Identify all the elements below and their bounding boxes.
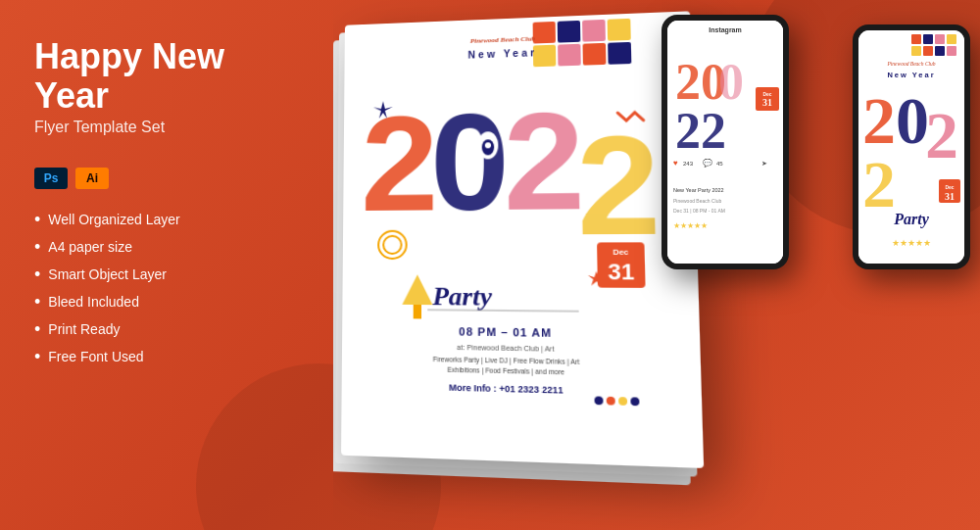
flyer-content: 2 0 2 2 xyxy=(341,11,704,468)
software-badges: Ps Ai xyxy=(34,168,304,189)
svg-rect-5 xyxy=(558,44,581,67)
svg-rect-7 xyxy=(608,42,631,65)
svg-text:2: 2 xyxy=(862,147,896,221)
feature-3: Smart Object Layer xyxy=(34,265,304,283)
phone-right-body: Pinewood Beach Club New Year 2 0 2 2 Par… xyxy=(853,24,970,269)
feature-2: A4 paper size xyxy=(34,238,304,256)
svg-text:31: 31 xyxy=(608,259,635,285)
svg-text:Instagram: Instagram xyxy=(709,26,741,34)
svg-text:45: 45 xyxy=(716,161,723,167)
svg-rect-1 xyxy=(558,21,581,43)
svg-text:31: 31 xyxy=(762,97,772,108)
svg-text:Pinewood Beach Club: Pinewood Beach Club xyxy=(886,61,935,67)
svg-point-31 xyxy=(595,396,604,405)
phone-left-svg: Instagram 20 22 0 Dec 31 xyxy=(667,21,783,264)
svg-text:More Info : +01 2323 2211: More Info : +01 2323 2211 xyxy=(449,382,564,396)
left-panel: Happy New Year Flyer Template Set Ps Ai … xyxy=(0,0,333,530)
svg-rect-57 xyxy=(911,34,921,44)
svg-text:Pinewood Beach Club: Pinewood Beach Club xyxy=(470,34,536,44)
svg-text:Pinewood Beach Club: Pinewood Beach Club xyxy=(673,198,721,204)
svg-text:♥: ♥ xyxy=(673,159,678,168)
svg-rect-60 xyxy=(947,34,956,44)
svg-text:0: 0 xyxy=(896,83,929,158)
svg-text:★★★★★: ★★★★★ xyxy=(673,221,708,230)
svg-text:Exhibitions | Food Festivals |: Exhibitions | Food Festivals | and more xyxy=(447,365,564,376)
right-panel: 2 0 2 2 xyxy=(333,0,980,530)
badge-illustrator: Ai xyxy=(75,168,109,189)
svg-text:at: Pinewood Beach Club | Art: at: Pinewood Beach Club | Art xyxy=(457,344,554,354)
svg-text:Party: Party xyxy=(893,211,929,228)
svg-rect-58 xyxy=(923,34,933,44)
svg-text:2: 2 xyxy=(575,106,662,265)
svg-point-34 xyxy=(630,397,639,406)
svg-text:Dec: Dec xyxy=(612,247,629,257)
features-list: Well Organized Layer A4 paper size Smart… xyxy=(34,211,304,365)
phone-left-screen: Instagram 20 22 0 Dec 31 xyxy=(667,21,783,264)
svg-text:08 PM – 01 AM: 08 PM – 01 AM xyxy=(459,325,552,339)
title-block: Happy New Year Flyer Template Set xyxy=(34,37,304,136)
svg-text:22: 22 xyxy=(675,103,726,159)
svg-rect-59 xyxy=(935,34,945,44)
svg-text:New Year: New Year xyxy=(887,71,935,79)
svg-text:★★★★★: ★★★★★ xyxy=(892,238,931,248)
svg-text:2: 2 xyxy=(925,98,958,172)
svg-rect-61 xyxy=(911,46,921,56)
svg-rect-45 xyxy=(667,154,783,181)
feature-4: Bleed Included xyxy=(34,293,304,311)
svg-point-32 xyxy=(607,397,615,406)
svg-rect-2 xyxy=(582,20,606,42)
flyer-front: 2 0 2 2 xyxy=(341,11,704,468)
badge-photoshop: Ps xyxy=(34,168,68,189)
svg-text:💬: 💬 xyxy=(703,158,712,168)
flyer-svg: 2 0 2 2 xyxy=(341,12,680,446)
phone-left-mockup: Instagram 20 22 0 Dec 31 xyxy=(662,15,789,269)
svg-text:Party: Party xyxy=(431,281,492,312)
svg-text:Dec: Dec xyxy=(945,184,954,190)
svg-text:0: 0 xyxy=(430,85,510,240)
svg-point-33 xyxy=(618,397,627,406)
svg-text:2: 2 xyxy=(361,87,438,240)
svg-rect-3 xyxy=(608,19,631,41)
svg-rect-63 xyxy=(935,46,945,56)
phone-right-screen: Pinewood Beach Club New Year 2 0 2 2 Par… xyxy=(858,30,964,264)
sub-title: Flyer Template Set xyxy=(34,119,304,136)
svg-rect-62 xyxy=(923,46,933,56)
main-container: Happy New Year Flyer Template Set Ps Ai … xyxy=(0,0,980,530)
svg-text:0: 0 xyxy=(718,54,744,110)
feature-5: Print Ready xyxy=(34,320,304,338)
svg-text:31: 31 xyxy=(945,191,955,202)
svg-text:243: 243 xyxy=(683,161,694,167)
phone-left-body: Instagram 20 22 0 Dec 31 xyxy=(662,15,789,269)
svg-text:New Year Party 2022: New Year Party 2022 xyxy=(673,187,724,193)
svg-text:2: 2 xyxy=(503,82,586,239)
svg-text:New Year: New Year xyxy=(468,47,538,61)
svg-rect-0 xyxy=(533,22,556,44)
svg-text:Dec 31 | 08 PM - 01 AM: Dec 31 | 08 PM - 01 AM xyxy=(673,208,725,214)
phone-right-svg: Pinewood Beach Club New Year 2 0 2 2 Par… xyxy=(858,30,964,264)
svg-rect-18 xyxy=(414,305,421,318)
svg-rect-64 xyxy=(947,46,956,56)
main-title: Happy New Year xyxy=(34,37,304,115)
svg-rect-6 xyxy=(583,43,607,66)
phone-right-mockup: Pinewood Beach Club New Year 2 0 2 2 Par… xyxy=(853,24,970,269)
svg-text:Fireworks Party | Live DJ | Fr: Fireworks Party | Live DJ | Free Flow Dr… xyxy=(433,356,580,366)
svg-text:➤: ➤ xyxy=(761,160,767,167)
feature-6: Free Font Used xyxy=(34,348,304,365)
feature-1: Well Organized Layer xyxy=(34,211,304,228)
